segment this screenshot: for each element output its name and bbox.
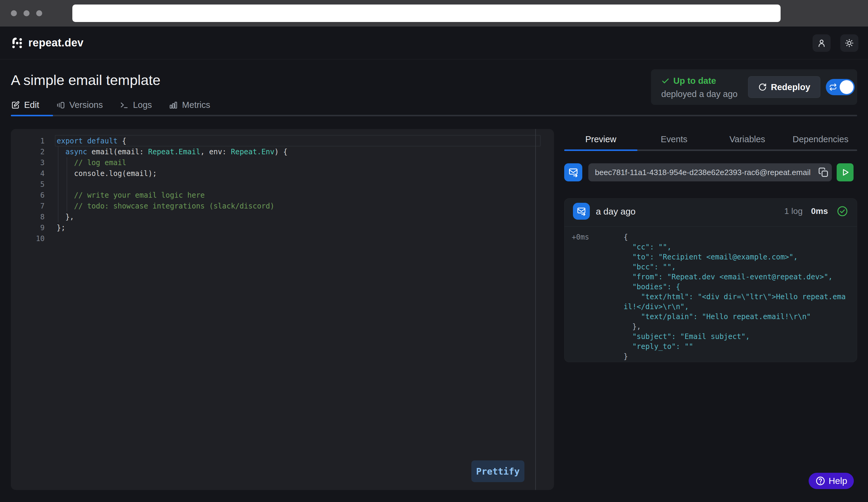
redeploy-button[interactable]: Redeploy xyxy=(748,76,820,98)
check-icon xyxy=(661,77,670,85)
email-address-value: beec781f-11a1-4318-954e-d238e62e2393-rac… xyxy=(595,168,810,177)
log-entry-offset: +0ms xyxy=(572,232,589,242)
help-button[interactable]: Help xyxy=(809,473,854,489)
tabs-divider xyxy=(11,115,857,116)
log-count: 1 log xyxy=(784,206,803,216)
user-icon xyxy=(817,38,826,48)
help-label: Help xyxy=(828,476,847,486)
editor-ruler xyxy=(535,129,536,490)
deployed-ago-label: deployed a day ago xyxy=(661,89,737,99)
circle-check-icon xyxy=(836,205,848,217)
app-header: repeat.dev xyxy=(0,27,868,59)
code-lines: export default { async email(email: Repe… xyxy=(56,136,288,244)
tab-dependencies[interactable]: Dependencies xyxy=(784,134,857,144)
window-zoom-button[interactable] xyxy=(36,10,42,16)
deploy-status-card: Up to date deployed a day ago Redeploy xyxy=(651,69,857,105)
window-minimize-button[interactable] xyxy=(23,10,30,16)
deploy-status: Up to date xyxy=(661,76,716,86)
tab-edit-label: Edit xyxy=(24,100,39,110)
brand-name: repeat.dev xyxy=(28,36,83,49)
email-address-input[interactable]: beec781f-11a1-4318-954e-d238e62e2393-rac… xyxy=(588,163,832,181)
mail-forward-icon xyxy=(568,168,578,177)
copy-icon xyxy=(818,167,829,178)
tab-variables[interactable]: Variables xyxy=(711,134,784,144)
run-trigger-button[interactable] xyxy=(837,163,854,181)
redeploy-label: Redeploy xyxy=(771,82,810,92)
tab-logs-label: Logs xyxy=(133,100,152,110)
play-icon xyxy=(840,168,850,177)
theme-toggle-button[interactable] xyxy=(840,34,858,52)
panel-active-tab-underline xyxy=(564,149,638,151)
terminal-icon xyxy=(120,101,129,110)
bar-chart-icon xyxy=(169,101,178,110)
log-duration: 0ms xyxy=(811,206,828,216)
rotate-cw-icon xyxy=(758,83,767,91)
log-meta: 1 log 0ms xyxy=(784,205,848,217)
window-close-button[interactable] xyxy=(11,10,17,16)
sun-icon xyxy=(845,38,854,48)
preview-panel: Preview Events Variables Dependencies be… xyxy=(564,129,857,491)
toggle-knob xyxy=(840,80,854,94)
brand-logo[interactable]: repeat.dev xyxy=(11,27,83,59)
deploy-status-label: Up to date xyxy=(673,76,716,86)
tab-versions-label: Versions xyxy=(69,100,103,110)
line-numbers: 12345678910 xyxy=(11,136,45,244)
tab-logs[interactable]: Logs xyxy=(120,100,152,110)
tab-edit[interactable]: Edit xyxy=(11,100,39,110)
event-log-card: a day ago 1 log 0ms +0ms { "cc": "", "to… xyxy=(564,198,857,362)
main-tabs: Edit Versions Logs xyxy=(11,100,210,110)
active-tab-underline xyxy=(11,115,53,116)
log-header-divider xyxy=(565,226,857,227)
browser-titlebar xyxy=(0,0,868,27)
versions-icon xyxy=(56,101,65,110)
auto-redeploy-toggle[interactable] xyxy=(826,79,855,95)
repeat-icon xyxy=(829,83,837,91)
prettify-button[interactable]: Prettify xyxy=(471,460,524,482)
tab-events[interactable]: Events xyxy=(638,134,711,144)
address-bar[interactable] xyxy=(72,4,781,22)
tab-metrics-label: Metrics xyxy=(182,100,210,110)
panel-tabs: Preview Events Variables Dependencies xyxy=(564,134,857,144)
log-json: { "cc": "", "to": "Recipient <email@exam… xyxy=(623,232,846,362)
log-time-ago[interactable]: a day ago xyxy=(596,206,636,217)
send-email-button[interactable] xyxy=(564,163,582,181)
repeat-logo-icon xyxy=(11,36,23,49)
app-window: repeat.dev A simple email template xyxy=(0,0,868,502)
copy-email-button[interactable] xyxy=(818,167,829,178)
pencil-square-icon xyxy=(11,101,20,110)
mail-forward-icon xyxy=(573,203,590,220)
tab-versions[interactable]: Versions xyxy=(56,100,103,110)
tab-preview[interactable]: Preview xyxy=(564,134,638,144)
tab-metrics[interactable]: Metrics xyxy=(169,100,210,110)
question-circle-icon xyxy=(815,476,826,486)
account-button[interactable] xyxy=(813,34,831,52)
code-editor[interactable]: 12345678910 export default { async email… xyxy=(11,129,554,490)
page-title: A simple email template xyxy=(11,72,161,88)
